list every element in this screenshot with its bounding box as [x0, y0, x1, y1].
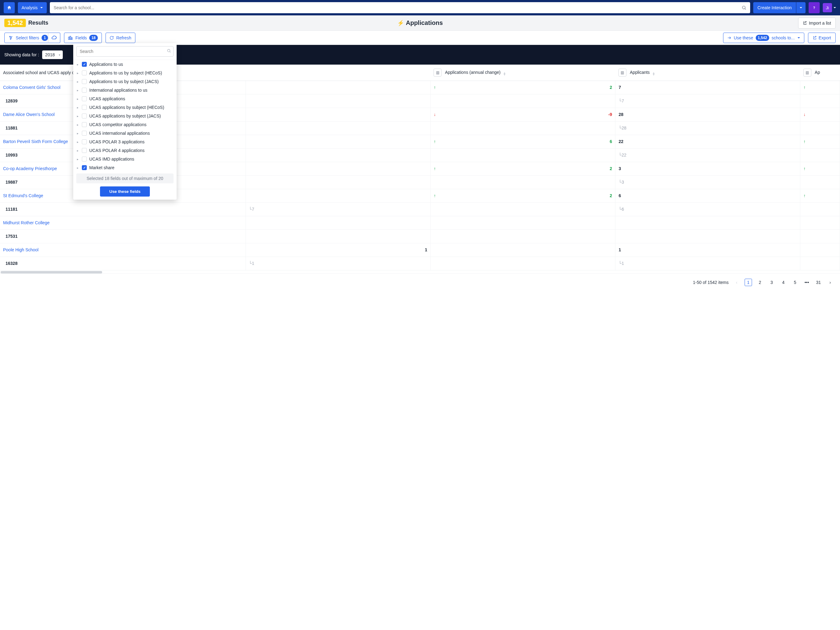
home-button[interactable]: [4, 2, 15, 13]
applicants-value: 3: [619, 166, 621, 171]
checkbox[interactable]: [82, 156, 87, 161]
fields-search-input[interactable]: [76, 46, 174, 57]
top-navbar: Analysis Create Interaction ? Ji: [0, 0, 840, 16]
svg-text:?: ?: [813, 6, 815, 9]
expand-icon: ▸: [77, 132, 79, 135]
section-label: Analysis: [22, 5, 38, 10]
use-these-prefix: Use these: [734, 35, 753, 40]
field-option-label: UCAS applications by subject (HECoS): [89, 105, 164, 110]
expand-icon: ▸: [77, 97, 79, 101]
page-button[interactable]: 5: [791, 279, 799, 286]
expand-icon: ▸: [77, 106, 79, 109]
import-list-button[interactable]: Import a list: [798, 17, 836, 28]
field-option-label: UCAS international applications: [89, 131, 150, 136]
search-icon: [167, 49, 171, 53]
school-link[interactable]: Dame Alice Owen's School: [3, 112, 55, 117]
next-page-button[interactable]: ›: [826, 279, 834, 286]
section-dropdown[interactable]: Analysis: [18, 2, 47, 13]
refresh-button[interactable]: Refresh: [106, 33, 136, 43]
checkbox[interactable]: [82, 71, 87, 75]
prev-page-button[interactable]: ‹: [733, 279, 740, 286]
caret-down-icon: [833, 6, 836, 9]
search-input[interactable]: [54, 5, 742, 10]
page-button[interactable]: 3: [768, 279, 775, 286]
field-option[interactable]: ▸ UCAS POLAR 3 applications: [73, 137, 177, 146]
checkbox[interactable]: [82, 105, 87, 110]
field-option[interactable]: ▸ Applications to us by subject (HECoS): [73, 69, 177, 77]
checkbox[interactable]: [82, 131, 87, 136]
svg-point-0: [742, 6, 745, 9]
field-option[interactable]: ▸ UCAS international applications: [73, 129, 177, 137]
checkbox[interactable]: [82, 88, 87, 93]
year-select[interactable]: 2018 ▾: [42, 51, 63, 59]
field-option[interactable]: ▸ UCAS applications by subject (HECoS): [73, 103, 177, 112]
column-icon: ▥: [619, 69, 627, 77]
field-option[interactable]: ▸ UCAS IMD applications: [73, 155, 177, 163]
school-link[interactable]: Barton Peveril Sixth Form College: [3, 139, 68, 144]
use-these-fields-button[interactable]: Use these fields: [100, 186, 150, 197]
global-search[interactable]: [50, 2, 750, 13]
page-button[interactable]: 1: [745, 279, 752, 286]
applicants-value: 28: [619, 112, 624, 117]
field-option[interactable]: ▸ Applications to us: [73, 60, 177, 69]
sub-value: 22: [619, 153, 626, 158]
sub-value: 7: [249, 207, 254, 212]
page-button[interactable]: 2: [756, 279, 764, 286]
school-link[interactable]: Poole High School: [3, 247, 38, 252]
field-option-label: UCAS competitor applications: [89, 122, 147, 127]
cloud-button[interactable]: [48, 33, 60, 43]
expand-icon: ▸: [77, 114, 79, 118]
field-option-label: Market share: [89, 165, 114, 170]
school-link[interactable]: Midhurst Rother College: [3, 220, 49, 225]
svg-point-9: [10, 38, 11, 39]
expand-icon: ▸: [77, 88, 79, 92]
checkbox[interactable]: [82, 79, 87, 84]
school-code: 11181: [0, 202, 246, 216]
column-header-applicants[interactable]: ▥ Applicants ▲▼: [616, 65, 800, 81]
page-button[interactable]: •••: [803, 279, 810, 286]
field-option[interactable]: ▸ Applications to us by subject (JACS): [73, 77, 177, 86]
checkbox[interactable]: [82, 62, 87, 67]
lightning-icon: ⚡: [397, 20, 404, 27]
school-link[interactable]: St Edmund's College: [3, 193, 43, 198]
field-option[interactable]: ▸ UCAS POLAR 4 applications: [73, 146, 177, 155]
field-option[interactable]: ▸ UCAS applications by subject (JACS): [73, 112, 177, 120]
page-button[interactable]: 4: [780, 279, 787, 286]
checkbox[interactable]: [82, 165, 87, 170]
checkbox[interactable]: [82, 114, 87, 118]
export-button[interactable]: Export: [808, 33, 836, 43]
field-option-label: Applications to us: [89, 62, 123, 67]
horizontal-scrollbar[interactable]: [1, 271, 102, 273]
field-option[interactable]: ▸ UCAS competitor applications: [73, 120, 177, 129]
field-option[interactable]: ▸ UCAS applications: [73, 95, 177, 103]
column-icon: ▥: [434, 69, 442, 77]
checkbox[interactable]: [82, 139, 87, 144]
checkbox[interactable]: [82, 148, 87, 153]
caret-down-icon: [799, 6, 802, 9]
fields-button[interactable]: Fields 18: [64, 33, 102, 43]
column-header-change[interactable]: ▥ Applications (annual change) ▲▼: [431, 65, 616, 81]
school-link[interactable]: Coloma Convent Girls' School: [3, 85, 60, 90]
svg-rect-10: [68, 37, 69, 39]
use-these-schools-button[interactable]: Use these 1,542 schools to...: [723, 33, 804, 43]
checkbox[interactable]: [82, 96, 87, 101]
sub-value: 1: [249, 261, 254, 266]
field-option[interactable]: ▸ Market share: [73, 163, 177, 171]
help-button[interactable]: ?: [808, 2, 820, 13]
applicants-value: 6: [619, 193, 621, 198]
school-link[interactable]: Co-op Academy Priesthorpe: [3, 166, 57, 171]
sub-value: 6: [619, 207, 624, 212]
user-menu[interactable]: Ji: [823, 3, 836, 12]
change-value: 2: [610, 193, 612, 198]
select-filters-button[interactable]: Select filters 1: [4, 33, 52, 43]
field-option[interactable]: ▸ International applications to us: [73, 86, 177, 95]
column-header-hidden[interactable]: [246, 65, 431, 81]
expand-icon: ▸: [77, 71, 79, 75]
cloud-icon: [51, 36, 57, 40]
column-header-applicants-change[interactable]: ▥ Ap: [800, 65, 840, 81]
column-icon: ▥: [804, 69, 812, 77]
create-interaction-caret[interactable]: [796, 2, 805, 13]
create-interaction-button[interactable]: Create Interaction: [753, 2, 796, 13]
page-button[interactable]: 31: [815, 279, 822, 286]
checkbox[interactable]: [82, 122, 87, 127]
